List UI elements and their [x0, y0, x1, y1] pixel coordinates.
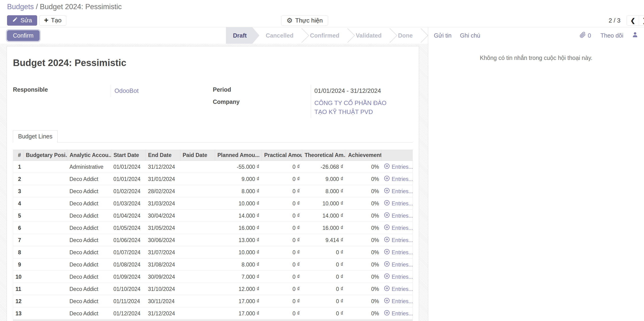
cell-theoretical-amount: 9.000 ₫ — [302, 173, 346, 185]
entries-link[interactable]: Entries... — [384, 163, 413, 170]
column-header[interactable]: Practical Amount — [262, 150, 302, 161]
action-menu-button[interactable]: ⚙ Thực hiện — [281, 15, 328, 26]
cell-achievement: 0% — [346, 185, 382, 198]
cell-entries: Entries... — [382, 185, 413, 198]
column-header[interactable]: Paid Date — [180, 150, 215, 161]
entries-link[interactable]: Entries... — [384, 188, 413, 195]
notebook: Budget Lines #Budgetary Posi...Analytic … — [13, 130, 413, 321]
table-row[interactable]: 11Deco Addict01/10/202431/10/202412.000 … — [13, 283, 413, 295]
status-step-cancelled[interactable]: Cancelled — [260, 27, 300, 44]
arrow-circle-right-icon — [384, 224, 390, 232]
cell-achievement: 0% — [346, 271, 382, 283]
cell-planned-amount: 7.000 ₫ — [215, 271, 262, 283]
form-view: Confirm DraftCancelledConfirmedValidated… — [0, 27, 428, 321]
cell-analytic-account: Deco Addict — [67, 185, 111, 198]
entries-link[interactable]: Entries... — [384, 310, 413, 317]
column-header[interactable] — [382, 150, 413, 161]
column-header[interactable]: Analytic Accou... — [67, 150, 111, 161]
cell-achievement: 0% — [346, 161, 382, 173]
entries-link[interactable]: Entries... — [384, 200, 413, 207]
table-row[interactable]: 6Deco Addict01/05/202431/05/202416.000 ₫… — [13, 222, 413, 234]
breadcrumb-current: Budget 2024: Pessimistic — [40, 2, 122, 11]
total-practical: 0,00 — [262, 320, 302, 321]
arrow-circle-right-icon — [384, 310, 390, 317]
column-header[interactable]: Planned Amou... — [215, 150, 262, 161]
column-header[interactable]: Achievement — [346, 150, 382, 161]
table-row[interactable]: 5Deco Addict01/04/202430/04/202414.000 ₫… — [13, 210, 413, 222]
cell-planned-amount: 9.000 ₫ — [215, 173, 262, 185]
entries-link[interactable]: Entries... — [384, 175, 413, 182]
cell-end-date: 31/05/2024 — [146, 222, 180, 234]
column-header[interactable]: # — [13, 150, 24, 161]
entries-link[interactable]: Entries... — [384, 298, 413, 305]
pager-count[interactable]: 2 / 3 — [608, 17, 620, 24]
cell-practical-amount: 0 ₫ — [262, 271, 302, 283]
status-step-validated[interactable]: Validated — [350, 27, 388, 44]
cell-end-date: 31/12/2024 — [146, 307, 180, 320]
entries-link[interactable]: Entries... — [384, 261, 413, 268]
confirm-button[interactable]: Confirm — [7, 30, 40, 41]
table-row[interactable]: 8Deco Addict01/07/202431/07/202410.000 ₫… — [13, 246, 413, 258]
entries-link[interactable]: Entries... — [384, 212, 413, 219]
arrow-circle-right-icon — [384, 261, 390, 268]
status-step-confirmed[interactable]: Confirmed — [304, 27, 346, 44]
cell-achievement: 0% — [346, 234, 382, 246]
create-button[interactable]: + Tạo — [39, 15, 66, 26]
attachments-button[interactable]: 0 — [580, 32, 591, 40]
cell-planned-amount: 10.000 ₫ — [215, 246, 262, 258]
cell-budgetary-position — [24, 161, 67, 173]
entries-link[interactable]: Entries... — [384, 273, 413, 280]
company-value-link[interactable]: CÔNG TY CỔ PHẦN ĐÀO TẠO KỸ THUẬT PVD — [314, 100, 387, 116]
pager-previous-button[interactable]: ❮ — [627, 16, 639, 26]
table-row[interactable]: 1Administrative01/01/202431/12/2024-55.0… — [13, 161, 413, 173]
breadcrumb-parent-link[interactable]: Budgets — [7, 2, 34, 11]
column-header[interactable]: Theoretical Am... — [302, 150, 346, 161]
table-row[interactable]: 2Deco Addict01/01/202431/01/20249.000 ₫0… — [13, 173, 413, 185]
status-step-draft[interactable]: Draft — [226, 27, 259, 44]
cell-row-number: 2 — [13, 173, 24, 185]
company-label: Company — [213, 97, 311, 118]
entries-link[interactable]: Entries... — [384, 236, 413, 244]
cell-analytic-account: Administrative — [67, 161, 111, 173]
cell-planned-amount: 8.000 ₫ — [215, 185, 262, 198]
tab-budget-lines[interactable]: Budget Lines — [13, 130, 58, 143]
cell-analytic-account: Deco Addict — [67, 210, 111, 222]
table-row[interactable]: 4Deco Addict01/03/202431/03/202410.000 ₫… — [13, 198, 413, 210]
entries-link[interactable]: Entries... — [384, 285, 413, 292]
column-header[interactable]: End Date — [146, 150, 180, 161]
table-row[interactable]: 7Deco Addict01/06/202430/06/202413.000 ₫… — [13, 234, 413, 246]
edit-button[interactable]: Sửa — [7, 15, 37, 26]
cell-paid-date — [180, 307, 215, 320]
cell-theoretical-amount: 0 ₫ — [302, 283, 346, 295]
cell-theoretical-amount: 14.000 ₫ — [302, 210, 346, 222]
cell-budgetary-position — [24, 295, 67, 307]
cell-row-number: 11 — [13, 283, 24, 295]
log-note-button[interactable]: Ghi chú — [460, 32, 480, 39]
table-row[interactable]: 3Deco Addict01/02/202428/02/20248.000 ₫0… — [13, 185, 413, 198]
entries-link[interactable]: Entries... — [384, 224, 413, 232]
cell-paid-date — [180, 198, 215, 210]
field-groups: Responsible OdooBot Period 01/01/2024 - … — [13, 84, 413, 118]
pager-next-button[interactable]: ❯ — [639, 16, 644, 26]
column-header[interactable]: Start Date — [111, 150, 146, 161]
table-row[interactable]: 10Deco Addict01/09/202430/09/20247.000 ₫… — [13, 271, 413, 283]
entries-link[interactable]: Entries... — [384, 248, 413, 256]
follow-button[interactable]: Theo dõi — [600, 32, 623, 39]
cell-theoretical-amount: 8.000 ₫ — [302, 185, 346, 198]
table-row[interactable]: 13Deco Addict01/12/202431/12/202417.000 … — [13, 307, 413, 320]
send-message-button[interactable]: Gửi tin — [434, 32, 452, 39]
cell-start-date: 01/04/2024 — [111, 210, 146, 222]
cell-budgetary-position — [24, 271, 67, 283]
cell-row-number: 12 — [13, 295, 24, 307]
cell-theoretical-amount: 0 ₫ — [302, 295, 346, 307]
total-theoretical: 40.346,00 — [302, 320, 346, 321]
cell-paid-date — [180, 222, 215, 234]
responsible-value-link[interactable]: OdooBot — [114, 87, 139, 94]
column-header[interactable]: Budgetary Posi... — [24, 150, 67, 161]
cell-achievement: 0% — [346, 210, 382, 222]
arrow-circle-right-icon — [384, 273, 390, 280]
followers-button[interactable] — [632, 32, 638, 40]
table-row[interactable]: 12Deco Addict01/11/202430/11/202417.000 … — [13, 295, 413, 307]
chevron-right-icon: ❯ — [642, 17, 644, 24]
table-row[interactable]: 9Deco Addict01/08/202431/08/20248.000 ₫0… — [13, 258, 413, 271]
